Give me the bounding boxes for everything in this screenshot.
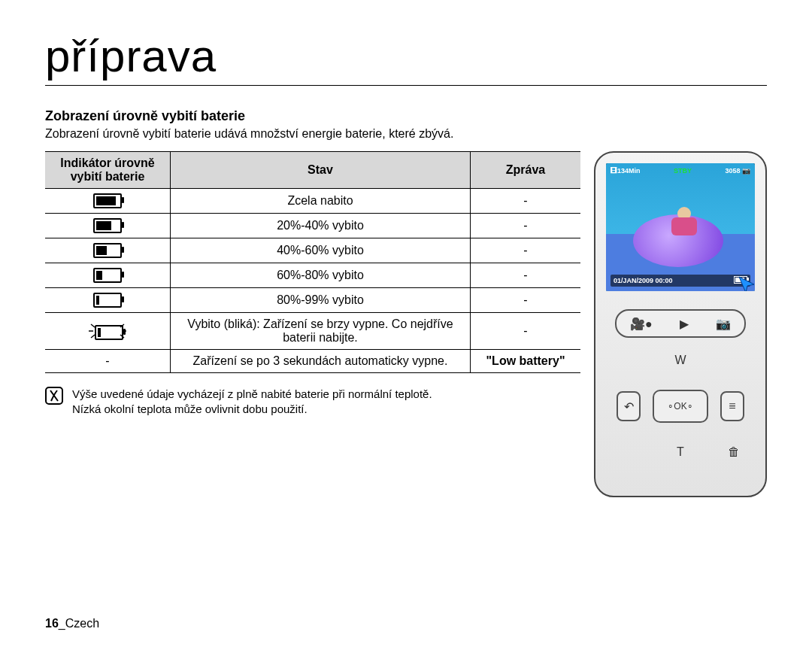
back-button[interactable]: ↶: [617, 391, 641, 421]
remaining-time: 134Min: [617, 167, 641, 175]
state-cell: 60%-80% vybito: [171, 263, 471, 288]
state-cell: 20%-40% vybito: [171, 214, 471, 238]
nav-pad: W ↶ ∘ OK ∘ ≡ T 🗑: [617, 350, 744, 463]
battery-indicator-cell: [45, 238, 171, 263]
note: Výše uvedené údaje vycházejí z plně nabi…: [45, 387, 580, 418]
table-row: 60%-80% vybito -: [45, 263, 580, 288]
state-cell: Zcela nabito: [171, 189, 471, 214]
table-row: Zcela nabito -: [45, 189, 580, 214]
state-cell: Vybito (bliká): Zařízení se brzy vypne. …: [171, 313, 471, 350]
remaining-time-icon: 🎞134Min: [611, 167, 641, 175]
message-cell: -: [471, 263, 581, 288]
battery-3bar-icon: [93, 218, 122, 233]
message-cell: "Low battery": [471, 350, 581, 373]
table-row: - Zařízení se po 3 sekundách automaticky…: [45, 350, 580, 373]
left-column: Indikátor úrovně vybití baterie Stav Zpr…: [45, 151, 580, 418]
battery-indicator-cell: [45, 189, 171, 214]
note-line: Výše uvedené údaje vycházejí z plně nabi…: [72, 387, 432, 402]
note-line: Nízká okolní teplota může ovlivnit dobu …: [72, 402, 432, 417]
camera-icon: 📷: [716, 317, 731, 331]
message-cell: -: [471, 238, 581, 263]
menu-button[interactable]: ≡: [720, 391, 744, 421]
zoom-wide-button[interactable]: W: [670, 350, 691, 371]
table-header-state: Stav: [171, 152, 471, 189]
battery-indicator-cell: [45, 263, 171, 288]
table-row: 40%-60% vybito -: [45, 238, 580, 263]
state-cell: 40%-60% vybito: [171, 238, 471, 263]
footer-language: Czech: [65, 617, 99, 630]
battery-indicator-cell: [45, 288, 171, 313]
mode-selector[interactable]: 🎥● ▶ 📷: [615, 309, 746, 338]
note-text: Výše uvedené údaje vycházejí z plně nabi…: [72, 387, 432, 418]
battery-full-icon: [93, 193, 122, 208]
section-title: Zobrazení úrovně vybití baterie: [45, 108, 767, 124]
datetime-label: 01/JAN/2009 00:00: [614, 277, 673, 284]
battery-indicator-cell: [45, 313, 171, 350]
manual-page: příprava Zobrazení úrovně vybití baterie…: [0, 0, 812, 653]
table-row: 80%-99% vybito -: [45, 288, 580, 313]
zoom-tele-button[interactable]: T: [670, 442, 691, 463]
content-row: Indikátor úrovně vybití baterie Stav Zpr…: [45, 151, 767, 497]
message-cell: -: [471, 313, 581, 350]
play-icon: ▶: [680, 317, 689, 331]
state-cell: Zařízení se po 3 sekundách automaticky v…: [171, 350, 471, 373]
message-cell: -: [471, 288, 581, 313]
table-header-message: Zpráva: [471, 152, 581, 189]
message-cell: -: [471, 214, 581, 238]
page-number: 16: [45, 617, 59, 630]
battery-indicator-cell: -: [45, 350, 171, 373]
battery-1bar-icon: [93, 268, 122, 283]
page-title: příprava: [45, 30, 767, 86]
state-cell: 80%-99% vybito: [171, 288, 471, 313]
camera-small-icon: 📷: [742, 167, 750, 175]
battery-2bar-icon: [93, 243, 122, 258]
standby-label: STBY: [674, 167, 692, 175]
camcorder-illustration: 🎞134Min STBY 3058 📷 01/JAN/2009 00:00 🎥●: [594, 151, 767, 497]
table-row: Vybito (bliká): Zařízení se brzy vypne. …: [45, 313, 580, 350]
message-cell: -: [471, 189, 581, 214]
page-footer: 16_Czech: [45, 617, 99, 630]
video-icon: 🎥●: [630, 317, 653, 331]
trash-hand-icon[interactable]: 🗑: [723, 442, 744, 463]
note-icon: [45, 387, 63, 405]
screen-top-bar: 🎞134Min STBY 3058 📷: [611, 167, 750, 175]
screen-bottom-bar: 01/JAN/2009 00:00: [611, 275, 750, 287]
ok-button[interactable]: ∘ OK ∘: [653, 390, 708, 423]
battery-level-table: Indikátor úrovně vybití baterie Stav Zpr…: [45, 151, 580, 373]
section-description: Zobrazení úrovně vybití baterie udává mn…: [45, 127, 767, 141]
battery-indicator-cell: [45, 214, 171, 238]
battery-0bar-icon: [93, 293, 122, 308]
battery-blink-icon: [87, 321, 128, 341]
remaining-shots: 3058 📷: [725, 167, 750, 175]
camcorder-screen: 🎞134Min STBY 3058 📷 01/JAN/2009 00:00: [606, 163, 755, 291]
battery-osd-indicator: [734, 276, 747, 285]
screen-person: [662, 207, 707, 248]
table-header-indicator: Indikátor úrovně vybití baterie: [45, 152, 171, 189]
table-row: 20%-40% vybito -: [45, 214, 580, 238]
